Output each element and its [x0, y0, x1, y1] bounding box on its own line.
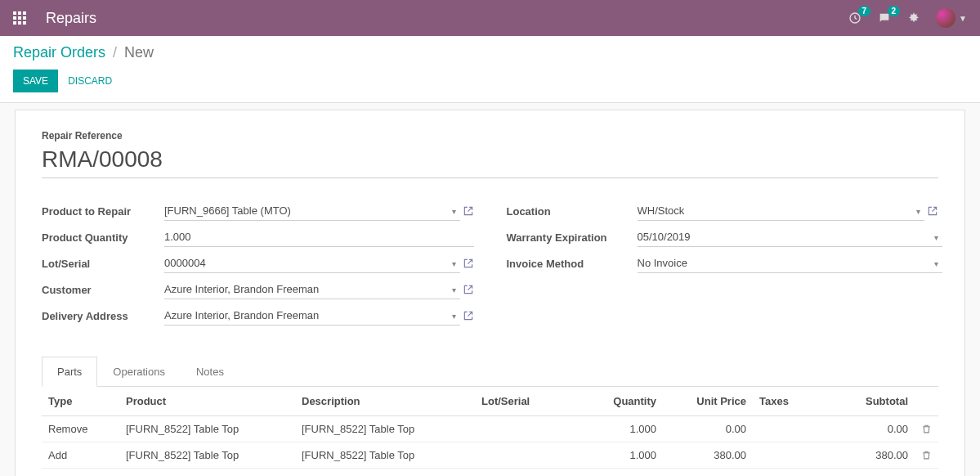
breadcrumb-current: New — [124, 44, 154, 61]
cell-product[interactable]: [FURN_8522] Table Top — [119, 442, 295, 469]
cell-unit-price[interactable]: 380.00 — [663, 442, 753, 469]
trash-icon[interactable] — [921, 450, 932, 460]
apps-icon[interactable] — [13, 11, 26, 25]
table-row[interactable]: Add[FURN_8522] Table Top[FURN_8522] Tabl… — [42, 442, 938, 469]
activities-badge: 7 — [858, 6, 871, 16]
messages-icon[interactable]: 2 — [877, 11, 892, 25]
navbar: Repairs 7 2 ▼ — [0, 0, 980, 36]
warranty-expiration-label: Warranty Expiration — [507, 231, 638, 244]
cell-taxes[interactable] — [753, 442, 818, 469]
discard-button[interactable]: DISCARD — [68, 75, 112, 87]
product-quantity-input[interactable] — [164, 227, 474, 247]
tab-parts[interactable]: Parts — [42, 357, 97, 387]
location-label: Location — [507, 205, 638, 218]
parts-table: Type Product Description Lot/Serial Quan… — [42, 387, 938, 469]
add-line-button[interactable]: Add a line — [42, 469, 938, 476]
col-type: Type — [42, 387, 119, 416]
repair-reference-input[interactable] — [42, 145, 938, 178]
invoice-method-label: Invoice Method — [507, 258, 638, 270]
col-product: Product — [119, 387, 295, 416]
breadcrumb-separator: / — [113, 44, 117, 61]
cell-quantity[interactable]: 1.000 — [573, 416, 663, 442]
col-subtotal: Subtotal — [818, 387, 915, 416]
tab-operations[interactable]: Operations — [97, 357, 181, 387]
customer-label: Customer — [42, 284, 164, 296]
tab-notes[interactable]: Notes — [181, 357, 239, 387]
activities-icon[interactable]: 7 — [848, 11, 862, 25]
col-quantity: Quantity — [573, 387, 663, 416]
caret-down-icon: ▼ — [959, 14, 967, 23]
cell-lot[interactable] — [475, 442, 573, 469]
user-menu[interactable]: ▼ — [936, 8, 967, 28]
invoice-method-input[interactable] — [638, 254, 943, 273]
external-link-icon[interactable] — [463, 205, 474, 217]
avatar — [936, 8, 955, 28]
breadcrumb-parent[interactable]: Repair Orders — [13, 44, 105, 61]
external-link-icon[interactable] — [463, 258, 474, 269]
repair-reference-label: Repair Reference — [42, 130, 938, 141]
lot-serial-input[interactable] — [164, 254, 460, 273]
messages-badge: 2 — [888, 6, 901, 16]
external-link-icon[interactable] — [463, 284, 474, 295]
tabs: Parts Operations Notes — [42, 357, 938, 387]
col-lot: Lot/Serial — [475, 387, 573, 416]
table-row[interactable]: Remove[FURN_8522] Table Top[FURN_8522] T… — [42, 416, 938, 442]
control-panel: Repair Orders / New SAVE DISCARD — [0, 36, 980, 103]
product-to-repair-label: Product to Repair — [42, 205, 164, 218]
cell-subtotal[interactable]: 0.00 — [818, 416, 915, 442]
cell-lot[interactable] — [475, 416, 573, 442]
location-input[interactable] — [638, 201, 925, 221]
external-link-icon[interactable] — [463, 310, 474, 321]
cell-description[interactable]: [FURN_8522] Table Top — [295, 442, 475, 469]
cell-product[interactable]: [FURN_8522] Table Top — [119, 416, 295, 442]
cell-type[interactable]: Add — [42, 442, 119, 469]
cell-unit-price[interactable]: 0.00 — [663, 416, 753, 442]
warranty-expiration-input[interactable] — [638, 227, 943, 247]
col-unit-price: Unit Price — [663, 387, 753, 416]
trash-icon[interactable] — [921, 424, 932, 434]
delivery-address-label: Delivery Address — [42, 310, 164, 322]
col-description: Description — [295, 387, 475, 416]
cell-quantity[interactable]: 1.000 — [573, 442, 663, 469]
form-sheet: Repair Reference Product to Repair ▾ Pro — [15, 110, 965, 476]
external-link-icon[interactable] — [927, 205, 938, 217]
app-title: Repairs — [46, 10, 96, 27]
col-taxes: Taxes — [753, 387, 818, 416]
cell-subtotal[interactable]: 380.00 — [818, 442, 915, 469]
cell-taxes[interactable] — [753, 416, 818, 442]
product-to-repair-input[interactable] — [164, 201, 460, 221]
delivery-address-input[interactable] — [164, 306, 460, 326]
save-button[interactable]: SAVE — [13, 70, 58, 92]
cell-type[interactable]: Remove — [42, 416, 119, 442]
product-quantity-label: Product Quantity — [42, 231, 164, 244]
debug-icon[interactable] — [906, 11, 921, 25]
lot-serial-label: Lot/Serial — [42, 258, 164, 270]
customer-input[interactable] — [164, 280, 460, 299]
breadcrumb: Repair Orders / New — [13, 44, 967, 61]
cell-description[interactable]: [FURN_8522] Table Top — [295, 416, 475, 442]
